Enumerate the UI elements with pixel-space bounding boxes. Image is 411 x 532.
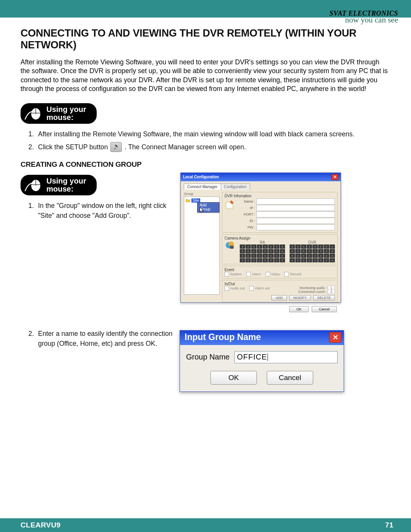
footer-page-number: 71 bbox=[385, 521, 393, 529]
ok-button[interactable]: OK bbox=[210, 371, 257, 385]
camera-icon bbox=[225, 240, 235, 251]
label-port: PORT : bbox=[238, 212, 255, 216]
input-pw[interactable] bbox=[256, 224, 335, 230]
label-pw: PW : bbox=[238, 225, 255, 229]
modify-button[interactable]: MODIFY bbox=[289, 295, 311, 300]
group-header: Group bbox=[184, 192, 220, 196]
svg-rect-9 bbox=[230, 246, 234, 249]
conn-count-value[interactable]: 3 bbox=[328, 289, 335, 294]
intro-paragraph: After installing the Remote Viewing Soft… bbox=[21, 58, 390, 93]
dvr-label: DVR bbox=[290, 240, 335, 244]
cursor-icon bbox=[199, 207, 205, 214]
step-2-2-text: Enter a name to easily identify the conn… bbox=[38, 330, 172, 347]
step-1-2: Click the SETUP button . The Connect Man… bbox=[36, 142, 390, 152]
step-2-1: In the "Group" window on the left, right… bbox=[36, 201, 173, 221]
label-id: ID : bbox=[238, 219, 255, 223]
step-2-1-text: In the "Group" window on the left, right… bbox=[38, 202, 166, 219]
mouse-callout-2-label: Using your mouse: bbox=[46, 177, 86, 193]
dvr-info-header: DVR Infomation bbox=[225, 194, 335, 198]
chk-audio-out-label: Audio out bbox=[230, 286, 245, 290]
folder-icon bbox=[186, 198, 190, 202]
dialog-titlebar: Input Group Name ✕ bbox=[180, 331, 344, 345]
local-configuration-window: Local Configuration ✕ Connect Manager Co… bbox=[180, 173, 341, 303]
dvr-grid[interactable]: xxxxxxxxxxxxxxxxxxxxxxxxxxxxxxxx bbox=[290, 244, 335, 262]
ra-label: RA bbox=[240, 240, 285, 244]
subheading: CREATING A CONNECTION GROUP bbox=[21, 160, 390, 169]
localcfg-ok-button[interactable]: OK bbox=[289, 306, 309, 312]
step-1-1: After installing the Remote Viewing Soft… bbox=[36, 129, 390, 139]
chk-alarm-out-label: Alarm out bbox=[255, 286, 270, 290]
text-caret-icon bbox=[268, 353, 268, 361]
chk-alarm-out[interactable]: Alarm out bbox=[249, 286, 270, 291]
localcfg-titlebar: Local Configuration ✕ bbox=[181, 173, 341, 181]
camera-assign-panel: Camera Assign RA xxxxxxxxxxxxxxxxxxxxxxx… bbox=[222, 234, 338, 264]
input-id[interactable] bbox=[256, 218, 335, 224]
brand-tagline: now you can see bbox=[330, 16, 398, 24]
localcfg-cancel-button[interactable]: Cancel bbox=[312, 306, 337, 312]
inout-header: In/Out bbox=[225, 282, 335, 286]
event-header: Event bbox=[225, 268, 335, 272]
mouse-icon bbox=[24, 106, 42, 121]
input-port[interactable] bbox=[256, 211, 335, 217]
tab-configuration[interactable]: Configuration bbox=[221, 184, 250, 190]
event-panel: Event System Alarm Video Record bbox=[222, 266, 338, 278]
setup-button-icon bbox=[110, 142, 122, 152]
steps-list-1: After installing the Remote Viewing Soft… bbox=[21, 129, 390, 153]
ra-grid[interactable]: xxxxxxxxxxxxxxxxxxxxxxxxxxxxxxxx bbox=[240, 244, 285, 262]
chk-system[interactable]: System bbox=[225, 272, 242, 276]
step-1-2-text-b: . The Connect Manager screen will open. bbox=[124, 143, 246, 151]
group-name-input[interactable]: OFFICE bbox=[234, 351, 338, 363]
chk-record-label: Record bbox=[290, 272, 301, 276]
note-icon bbox=[225, 200, 235, 210]
mouse-callout-label: Using your mouse: bbox=[46, 105, 86, 121]
input-group-name-dialog: Input Group Name ✕ Group Name OFFICE OK … bbox=[180, 330, 344, 392]
group-name-value: OFFICE bbox=[237, 353, 267, 361]
page-footer: CLEARVU9 71 bbox=[0, 518, 411, 532]
conn-count-label: Connection count : bbox=[298, 290, 327, 294]
dialog-title-text: Input Group Name bbox=[185, 332, 261, 342]
input-name[interactable] bbox=[256, 198, 335, 204]
chk-system-label: System bbox=[230, 272, 242, 276]
label-ip: IP : bbox=[238, 206, 255, 210]
chk-video-label: Video bbox=[271, 272, 280, 276]
chk-alarm-label: Alarm bbox=[252, 272, 261, 276]
steps-list-3: Enter a name to easily identify the conn… bbox=[21, 329, 173, 349]
close-icon[interactable]: ✕ bbox=[331, 174, 338, 180]
inout-panel: In/Out Audio out Alarm out Monitoring au… bbox=[222, 280, 338, 302]
chk-alarm[interactable]: Alarm bbox=[246, 272, 261, 276]
mouse-icon bbox=[24, 178, 42, 192]
label-name: Name : bbox=[238, 200, 255, 203]
dvr-information-panel: DVR Infomation Name : IP : bbox=[222, 192, 338, 233]
step-1-1-text: After installing the Remote Viewing Soft… bbox=[38, 130, 354, 138]
tab-connect-manager[interactable]: Connect Manager bbox=[184, 184, 221, 190]
add-button[interactable]: ADD bbox=[271, 295, 287, 300]
group-tree[interactable]: Site Add Group bbox=[184, 197, 220, 295]
mouse-callout: Using your mouse: bbox=[21, 103, 97, 124]
camera-assign-header: Camera Assign bbox=[225, 236, 335, 240]
step-2-2: Enter a name to easily identify the conn… bbox=[36, 329, 173, 349]
delete-button[interactable]: DELETE bbox=[313, 295, 335, 300]
mon-audio-label: Monitoring audio : bbox=[299, 286, 327, 290]
mouse-callout-2: Using your mouse: bbox=[21, 175, 97, 195]
chk-audio-out[interactable]: Audio out bbox=[225, 286, 245, 291]
cancel-button[interactable]: Cancel bbox=[267, 371, 313, 385]
page-title: CONNECTING TO AND VIEWING THE DVR REMOTE… bbox=[21, 27, 390, 51]
step-1-2-text-a: Click the SETUP button bbox=[38, 143, 108, 151]
chk-record[interactable]: Record bbox=[284, 272, 301, 276]
footer-model: CLEARVU9 bbox=[21, 521, 61, 529]
close-icon[interactable]: ✕ bbox=[329, 332, 341, 343]
input-ip[interactable] bbox=[256, 205, 335, 211]
group-name-label: Group Name bbox=[186, 353, 230, 361]
brand-block: SVAT ELECTRONICS now you can see bbox=[330, 10, 398, 24]
chk-video[interactable]: Video bbox=[266, 272, 280, 276]
localcfg-title-text: Local Configuration bbox=[183, 175, 219, 179]
steps-list-2: In the "Group" window on the left, right… bbox=[21, 201, 173, 221]
